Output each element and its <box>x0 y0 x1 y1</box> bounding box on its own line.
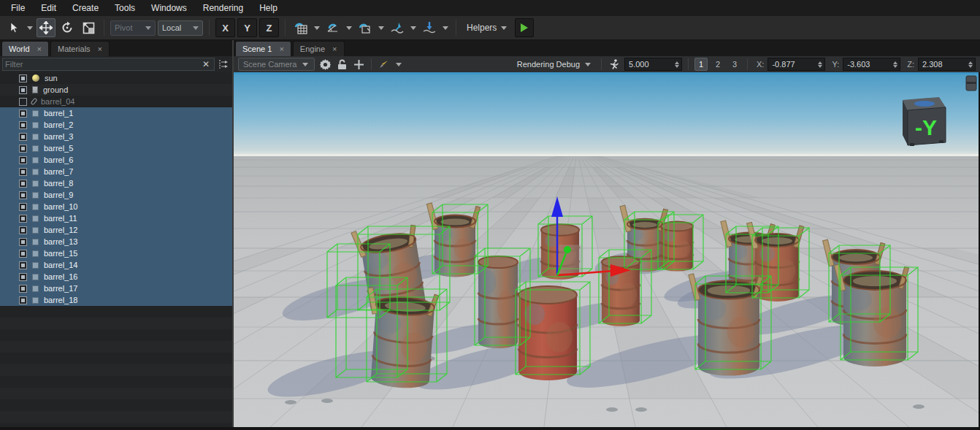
lock-camera-button[interactable] <box>335 58 348 71</box>
spin-down-icon[interactable] <box>675 65 679 68</box>
tree-item-barrel_14[interactable]: barrel_14 <box>0 259 232 271</box>
tree-item-barrel_18[interactable]: barrel_18 <box>0 294 232 306</box>
tree-item-barrel_1[interactable]: barrel_1 <box>0 107 232 119</box>
close-icon[interactable]: × <box>332 45 337 53</box>
tab-world[interactable]: World × <box>1 41 49 56</box>
snap-grid-button[interactable] <box>291 18 310 37</box>
visibility-checkbox[interactable] <box>19 191 27 199</box>
spin-up-icon[interactable] <box>893 61 897 64</box>
tree-item-barrel_8[interactable]: barrel_8 <box>0 177 232 189</box>
spinner[interactable] <box>816 61 824 68</box>
y-coord-input[interactable] <box>847 60 891 69</box>
camera-speed-button[interactable] <box>608 58 621 71</box>
tree-item-barrel_15[interactable]: barrel_15 <box>0 247 232 259</box>
select-tool-dropdown[interactable] <box>27 26 33 30</box>
tree-item-barrel_12[interactable]: barrel_12 <box>0 224 232 236</box>
visibility-checkbox[interactable] <box>19 273 27 281</box>
tree-item-barrel_16[interactable]: barrel_16 <box>0 271 232 283</box>
drop-to-ground-button[interactable] <box>420 18 439 37</box>
spin-up-icon[interactable] <box>818 61 822 64</box>
space-dropdown[interactable]: Local <box>158 20 203 36</box>
spin-down-icon[interactable] <box>968 65 973 68</box>
speed-preset-2-button[interactable]: 2 <box>711 58 724 71</box>
menu-windows[interactable]: Windows <box>143 0 195 16</box>
camera-settings-button[interactable] <box>318 58 332 71</box>
visibility-checkbox[interactable] <box>19 250 27 258</box>
paint-brush-button[interactable] <box>378 58 391 71</box>
visibility-checkbox[interactable] <box>19 296 27 304</box>
play-button[interactable] <box>515 18 534 37</box>
filter-input[interactable] <box>5 60 200 69</box>
menu-help[interactable]: Help <box>251 0 286 16</box>
drop-to-ground-dropdown[interactable] <box>443 26 448 30</box>
spin-down-icon[interactable] <box>818 65 822 68</box>
visibility-checkbox[interactable] <box>19 133 27 141</box>
spinner[interactable] <box>673 61 681 68</box>
tree-item-barrel_17[interactable]: barrel_17 <box>0 283 232 294</box>
orientation-cube[interactable]: -Y <box>903 97 946 146</box>
visibility-checkbox[interactable] <box>19 145 27 153</box>
z-coord-input[interactable] <box>922 60 966 69</box>
axis-x-button[interactable]: X <box>215 18 235 37</box>
snap-angle-button[interactable] <box>324 18 342 37</box>
visibility-checkbox[interactable] <box>19 98 27 106</box>
gizmo-y-arrowhead[interactable] <box>564 246 571 253</box>
helpers-dropdown[interactable]: Helpers <box>462 23 513 33</box>
tree-item-barrel_3[interactable]: barrel_3 <box>0 131 232 142</box>
visibility-checkbox[interactable] <box>19 168 27 176</box>
spin-down-icon[interactable] <box>893 65 897 68</box>
axis-y-button[interactable]: Y <box>237 18 257 37</box>
viewport-canvas[interactable]: -Y <box>234 72 980 427</box>
scale-tool-button[interactable] <box>79 18 98 37</box>
tree-item-barrel_2[interactable]: barrel_2 <box>0 119 232 131</box>
focus-selection-button[interactable] <box>352 58 365 71</box>
visibility-checkbox[interactable] <box>19 215 27 223</box>
tree-item-barrel_5[interactable]: barrel_5 <box>0 142 232 154</box>
speed-preset-3-button[interactable]: 3 <box>728 58 741 71</box>
visibility-checkbox[interactable] <box>19 203 27 211</box>
tree-item-barrel_6[interactable]: barrel_6 <box>0 154 232 166</box>
node-tree[interactable]: sungroundbarrel_04barrel_1barrel_2barrel… <box>0 72 232 427</box>
visibility-checkbox[interactable] <box>19 86 27 94</box>
tab-engine[interactable]: Engine × <box>293 41 345 56</box>
tree-item-barrel_9[interactable]: barrel_9 <box>0 189 232 201</box>
visibility-checkbox[interactable] <box>19 238 27 246</box>
move-tool-button[interactable] <box>37 18 55 37</box>
spinner[interactable] <box>891 61 900 68</box>
x-coord-input[interactable] <box>772 60 816 69</box>
clear-filter-icon[interactable]: ✕ <box>200 59 212 69</box>
tree-item-barrel_7[interactable]: barrel_7 <box>0 166 232 177</box>
tree-item-ground[interactable]: ground <box>0 84 232 96</box>
tab-materials[interactable]: Materials × <box>50 41 110 56</box>
pivot-dropdown[interactable]: Pivot <box>110 20 156 36</box>
menu-rendering[interactable]: Rendering <box>195 0 251 16</box>
menu-edit[interactable]: Edit <box>33 0 64 16</box>
speed-preset-1-button[interactable]: 1 <box>694 58 708 71</box>
axis-z-button[interactable]: Z <box>259 18 279 37</box>
hierarchy-options-button[interactable] <box>217 58 230 71</box>
tree-item-barrel_04[interactable]: barrel_04 <box>0 96 232 107</box>
close-icon[interactable]: × <box>279 45 283 53</box>
menu-create[interactable]: Create <box>64 0 107 16</box>
menu-tools[interactable]: Tools <box>107 0 143 16</box>
visibility-checkbox[interactable] <box>19 121 27 129</box>
rendering-debug-dropdown[interactable]: Rendering Debug <box>514 60 595 69</box>
close-icon[interactable]: × <box>37 45 42 53</box>
tree-item-barrel_11[interactable]: barrel_11 <box>0 212 232 224</box>
visibility-checkbox[interactable] <box>19 74 27 82</box>
visibility-checkbox[interactable] <box>19 285 27 293</box>
visibility-checkbox[interactable] <box>19 261 27 269</box>
camera-speed-input[interactable] <box>629 60 673 69</box>
visibility-checkbox[interactable] <box>19 180 27 188</box>
visibility-checkbox[interactable] <box>19 110 27 118</box>
rotate-tool-button[interactable] <box>58 18 77 37</box>
tree-item-barrel_13[interactable]: barrel_13 <box>0 236 232 247</box>
snap-surface-dropdown[interactable] <box>410 26 416 30</box>
menu-file[interactable]: File <box>3 0 33 16</box>
tab-scene-1[interactable]: Scene 1 × <box>235 41 291 56</box>
camera-dropdown[interactable]: Scene Camera <box>238 58 315 71</box>
snap-scale-button[interactable] <box>356 18 375 37</box>
spin-up-icon[interactable] <box>675 61 679 64</box>
snap-scale-dropdown[interactable] <box>378 26 384 30</box>
spinner[interactable] <box>966 61 975 68</box>
